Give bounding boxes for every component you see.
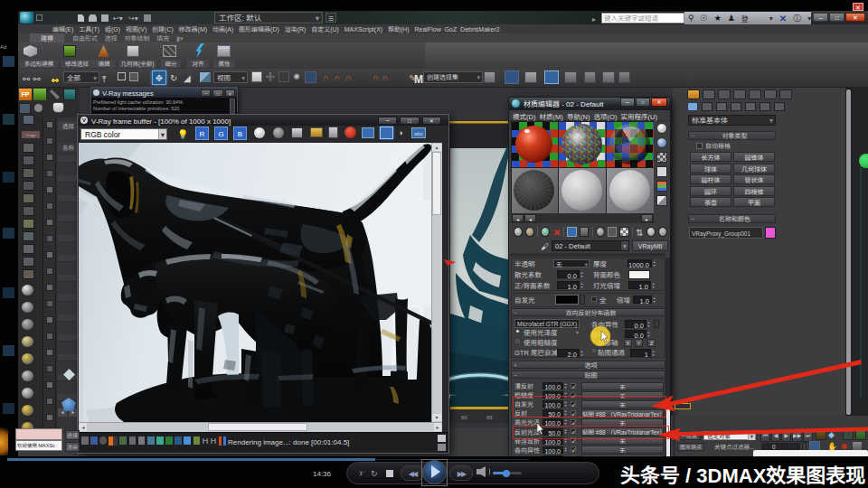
svg-text:65: 65 bbox=[486, 415, 493, 420]
svg-text:60: 60 bbox=[461, 415, 467, 420]
